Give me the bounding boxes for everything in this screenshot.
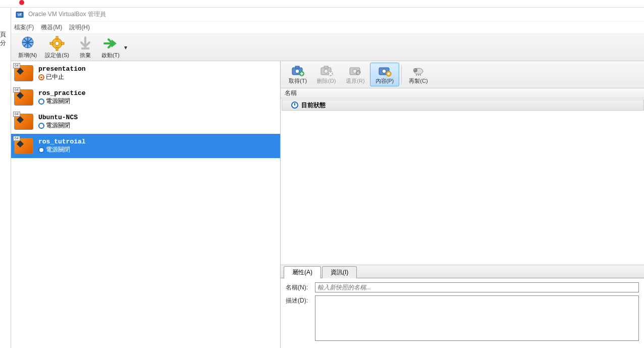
camera-x-icon [319,65,334,77]
virtualbox-window: Oracle VM VirtualBox 管理員 檔案(F) 機器(M) 說明(… [11,8,644,348]
recorder-dot-icon [19,0,24,5]
snapshot-column-header[interactable]: 名稱 [281,88,644,98]
properties-button[interactable]: 內容(P) [370,63,400,86]
camera-restore-icon [348,65,362,77]
menu-machine[interactable]: 機器(M) [41,23,62,32]
vm-os-icon: 64 [13,137,34,155]
toolbar-separator [401,65,402,84]
snapshot-toolbar: 取得(T) 刪除(D) [281,61,644,88]
background-window-sliver: 頁 分 [0,8,11,348]
menubar: 檔案(F) 機器(M) 說明(H) [11,22,644,34]
svg-rect-16 [324,66,328,68]
vm-os-icon: 64 [13,88,34,107]
snapshot-description-input[interactable] [315,295,639,341]
main-toolbar: 新增(N) 設定值(S) 捨棄 [11,34,644,61]
svg-rect-4 [56,36,58,39]
vm-name: ros_tutroial [38,138,86,145]
tab-attributes[interactable]: 屬性(A) [284,266,321,278]
gear-icon [49,35,65,52]
name-label: 名稱(N): [286,282,315,292]
property-tabs: 屬性(A) 資訊(I) [281,265,644,278]
sheep-icon [411,65,425,77]
delete-snapshot-button: 刪除(D) [312,63,341,86]
svg-point-8 [55,41,59,45]
vm-item-ros_practice[interactable]: 64ros_practice電源關閉 [11,85,280,110]
restore-snapshot-button: 還原(R) [341,63,369,86]
vm-status: 已中止 [38,73,86,81]
svg-rect-9 [81,47,89,49]
tab-info[interactable]: 資訊(I) [322,266,357,278]
aborted-icon [38,74,44,80]
start-button[interactable]: 啟動(T) [97,34,124,60]
vm-name: Ubuntu-NCS [38,114,78,121]
details-pane: 取得(T) 刪除(D) [281,61,644,348]
vm-item-presentation[interactable]: 64presentation已中止 [11,61,280,85]
svg-rect-7 [61,42,64,44]
svg-point-11 [295,69,299,73]
description-label: 描述(D): [286,295,315,305]
snapshot-tree[interactable]: 目前狀態 [281,98,644,265]
background-text: 頁 分 [0,30,11,47]
power-icon [291,102,298,109]
off-icon [38,98,44,105]
snapshot-name-input[interactable] [315,282,639,292]
svg-point-25 [413,68,417,72]
svg-rect-12 [295,66,299,68]
new-icon [20,35,36,52]
menu-help[interactable]: 說明(H) [69,23,90,32]
svg-point-26 [414,69,415,70]
start-icon [102,35,119,52]
titlebar: Oracle VM VirtualBox 管理員 [11,8,644,22]
virtualbox-logo-icon [15,10,24,19]
camera-plus-icon [291,65,305,77]
svg-rect-6 [50,42,53,44]
svg-rect-5 [56,47,58,51]
start-dropdown[interactable]: ▾ [123,44,129,51]
current-state-label: 目前狀態 [301,101,326,110]
take-snapshot-button[interactable]: 取得(T) [284,63,312,86]
svg-point-15 [324,69,328,73]
vm-status: 電源關閉 [38,121,78,130]
vm-os-icon: 64 [13,64,34,82]
menu-file[interactable]: 檔案(F) [14,23,34,32]
vm-status: 電源關閉 [38,97,86,106]
settings-button[interactable]: 設定值(S) [41,34,73,60]
window-title: Oracle VM VirtualBox 管理員 [28,10,106,19]
vm-list: 64presentation已中止64ros_practice電源關閉64Ubu… [11,61,281,348]
vm-name: ros_practice [38,89,86,97]
off-icon [38,147,44,153]
vm-status: 電源關閉 [38,145,86,154]
current-state-row[interactable]: 目前狀態 [282,100,644,111]
off-icon [38,123,44,129]
svg-point-23 [388,73,390,75]
vm-item-Ubuntu-NCS[interactable]: 64Ubuntu-NCS電源關閉 [11,110,280,134]
discard-icon [77,35,93,52]
vm-name: presentation [38,65,86,73]
discard-button[interactable]: 捨棄 [73,34,97,60]
vm-os-icon: 64 [13,113,34,131]
camera-gear-icon [378,65,392,77]
clone-button[interactable]: 再製(C) [404,63,433,86]
new-button[interactable]: 新增(N) [14,34,41,60]
svg-point-21 [382,69,386,73]
snapshot-form: 名稱(N): 描述(D): [281,278,644,348]
vm-item-ros_tutroial[interactable]: 64ros_tutroial電源關閉 [11,134,280,158]
